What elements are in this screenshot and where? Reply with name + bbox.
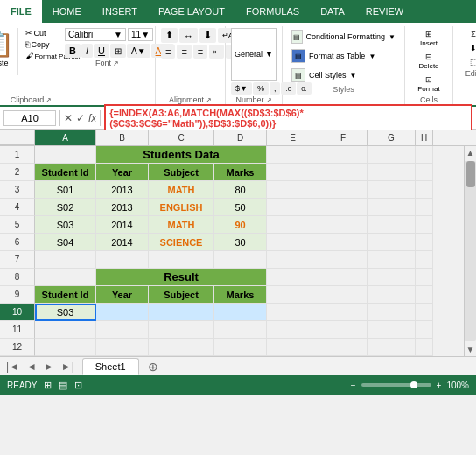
cell-a11[interactable] <box>35 321 96 339</box>
cell-g1[interactable] <box>368 146 416 164</box>
paste-button[interactable]: 📋 Paste ▼ <box>0 28 18 75</box>
scroll-down-button[interactable]: ▼ <box>465 343 476 356</box>
cell-a3[interactable]: S01 <box>35 181 96 199</box>
cell-a1[interactable] <box>35 146 96 164</box>
cell-a7[interactable] <box>35 251 96 269</box>
cell-b4[interactable]: 2013 <box>96 199 149 216</box>
cell-b12[interactable] <box>96 339 149 356</box>
clear-button[interactable]: ⬚▼ <box>465 56 476 68</box>
cell-a12[interactable] <box>35 339 96 356</box>
paste-dropdown-icon[interactable]: ▼ <box>0 67 2 74</box>
cell-a5[interactable]: S03 <box>35 216 96 234</box>
cell-d7[interactable] <box>214 251 267 269</box>
cell-h12[interactable] <box>416 339 433 356</box>
cell-b6[interactable]: 2014 <box>96 234 149 251</box>
sheet-nav-last[interactable]: ►| <box>59 359 77 374</box>
cell-b11[interactable] <box>96 321 149 339</box>
italic-button[interactable]: I <box>81 44 93 58</box>
cell-e6[interactable] <box>267 234 319 251</box>
cell-b9[interactable]: Year <box>96 286 149 304</box>
cell-g7[interactable] <box>368 251 416 269</box>
cell-b7[interactable] <box>96 251 149 269</box>
cell-f11[interactable] <box>319 321 368 339</box>
row-header-11[interactable]: 11 <box>0 321 35 339</box>
tab-review[interactable]: REVIEW <box>355 0 414 23</box>
row-header-5[interactable]: 5 <box>0 216 35 234</box>
cell-b8-merged[interactable]: Result <box>96 269 267 286</box>
cell-a4[interactable]: S02 <box>35 199 96 216</box>
align-right-button[interactable]: ≡ <box>193 45 207 59</box>
col-header-f[interactable]: F <box>319 130 368 145</box>
zoom-out-icon[interactable]: − <box>351 381 356 390</box>
cell-g10[interactable] <box>368 304 416 321</box>
cell-d9[interactable]: Marks <box>214 286 267 304</box>
cell-b3[interactable]: 2013 <box>96 181 149 199</box>
row-header-7[interactable]: 7 <box>0 251 35 269</box>
cell-b2[interactable]: Year <box>96 164 149 181</box>
cell-d10[interactable] <box>214 304 267 321</box>
cell-f2[interactable] <box>319 164 368 181</box>
cell-e8[interactable] <box>267 269 319 286</box>
cell-c6[interactable]: SCIENCE <box>149 234 214 251</box>
align-left-button[interactable]: ≡ <box>161 45 175 59</box>
cell-c3[interactable]: MATH <box>149 181 214 199</box>
cell-e11[interactable] <box>267 321 319 339</box>
font-expand-icon[interactable]: ↗ <box>113 60 119 67</box>
alignment-expand-icon[interactable]: ↗ <box>206 96 212 104</box>
cell-h10[interactable] <box>416 304 433 321</box>
cell-f4[interactable] <box>319 199 368 216</box>
cell-f9[interactable] <box>319 286 368 304</box>
tab-page-layout[interactable]: PAGE LAYOUT <box>148 0 235 23</box>
row-header-3[interactable]: 3 <box>0 181 35 199</box>
row-header-4[interactable]: 4 <box>0 199 35 216</box>
cell-h4[interactable] <box>416 199 433 216</box>
cell-c11[interactable] <box>149 321 214 339</box>
cell-d6[interactable]: 30 <box>214 234 267 251</box>
cancel-formula-icon[interactable]: ✕ <box>64 112 73 124</box>
scroll-track[interactable] <box>465 161 476 341</box>
align-top-button[interactable]: ⬆ <box>161 28 178 43</box>
cell-c7[interactable] <box>149 251 214 269</box>
cell-b5[interactable]: 2014 <box>96 216 149 234</box>
cell-h7[interactable] <box>416 251 433 269</box>
add-sheet-button[interactable]: ⊕ <box>141 357 165 376</box>
cell-f3[interactable] <box>319 181 368 199</box>
page-layout-icon[interactable]: ⊞ <box>44 380 52 391</box>
cell-g9[interactable] <box>368 286 416 304</box>
cell-e7[interactable] <box>267 251 319 269</box>
cell-e3[interactable] <box>267 181 319 199</box>
cell-e2[interactable] <box>267 164 319 181</box>
normal-view-icon[interactable]: ▤ <box>59 380 67 391</box>
row-header-12[interactable]: 12 <box>0 339 35 356</box>
cell-g3[interactable] <box>368 181 416 199</box>
indent-decrease-button[interactable]: ⇤ <box>209 45 224 59</box>
insert-cells-button[interactable]: ⊞ Insert <box>410 28 447 49</box>
cell-g6[interactable] <box>368 234 416 251</box>
zoom-slider[interactable] <box>361 383 431 387</box>
font-name-dropdown[interactable]: Calibri▼ <box>65 28 126 41</box>
cell-b10[interactable] <box>96 304 149 321</box>
cell-h5[interactable] <box>416 216 433 234</box>
confirm-formula-icon[interactable]: ✓ <box>76 112 85 124</box>
cell-a10[interactable]: S03 <box>35 304 96 321</box>
cell-d12[interactable] <box>214 339 267 356</box>
tab-data[interactable]: DATA <box>310 0 355 23</box>
col-header-h[interactable]: H <box>416 130 433 145</box>
col-header-b[interactable]: B <box>96 130 149 145</box>
row-header-6[interactable]: 6 <box>0 234 35 251</box>
cell-c5[interactable]: MATH <box>149 216 214 234</box>
cell-f6[interactable] <box>319 234 368 251</box>
tab-home[interactable]: HOME <box>42 0 92 23</box>
col-header-c[interactable]: C <box>149 130 214 145</box>
cell-h9[interactable] <box>416 286 433 304</box>
currency-button[interactable]: $▼ <box>231 82 252 94</box>
percent-button[interactable]: % <box>253 82 269 94</box>
cell-e9[interactable] <box>267 286 319 304</box>
cell-c2[interactable]: Subject <box>149 164 214 181</box>
number-format-dropdown[interactable]: General▼ <box>231 28 276 80</box>
conditional-formatting-button[interactable]: ▤ Conditional Formatting ▼ <box>288 28 399 46</box>
align-center-button[interactable]: ≡ <box>177 45 191 59</box>
cell-g11[interactable] <box>368 321 416 339</box>
cell-d11[interactable] <box>214 321 267 339</box>
cell-e5[interactable] <box>267 216 319 234</box>
